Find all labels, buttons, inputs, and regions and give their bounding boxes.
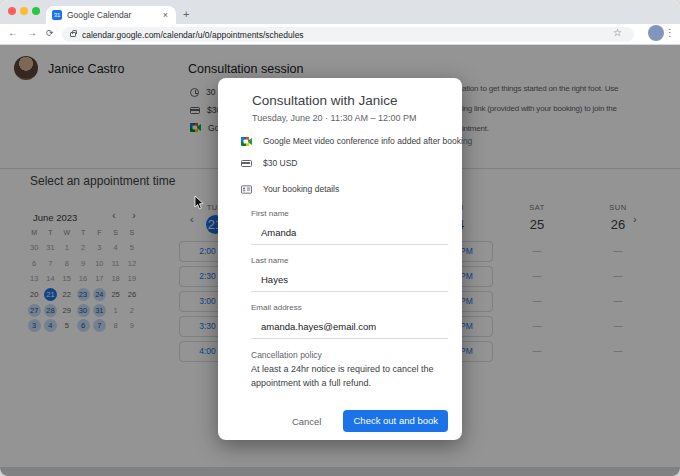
booking-dialog: Consultation with Janice Tuesday, June 2… (218, 78, 462, 440)
dialog-price-row: $30 USD (241, 158, 298, 168)
first-name-label: First name (251, 209, 448, 218)
price-text: $30 USD (263, 158, 298, 168)
last-name-label: Last name (251, 256, 448, 265)
reload-icon[interactable]: ⟳ (46, 28, 54, 38)
tab-title: Google Calendar (67, 10, 161, 20)
dialog-meet-row: Google Meet video conference info added … (241, 136, 472, 146)
cancellation-policy-text: At least a 24hr notice is required to ca… (251, 362, 436, 390)
browser-profile-avatar[interactable] (648, 25, 664, 41)
dialog-datetime: Tuesday, June 20 · 11:30 AM – 12:00 PM (252, 113, 416, 123)
last-name-field[interactable]: Last name Hayes (251, 256, 448, 292)
page-viewport: Janice Castro Consultation session 30 mi… (0, 45, 680, 476)
email-value[interactable]: amanda.hayes@email.com (251, 312, 448, 338)
close-window-button[interactable] (8, 7, 16, 15)
mouse-cursor (194, 195, 205, 210)
minimize-window-button[interactable] (20, 7, 28, 15)
url-text: calendar.google.com/calendar/u/0/appoint… (82, 30, 304, 40)
new-tab-button[interactable]: + (183, 8, 189, 20)
dialog-title: Consultation with Janice (252, 93, 398, 108)
cancellation-policy-label: Cancellation policy (251, 350, 322, 360)
first-name-value[interactable]: Amanda (251, 218, 448, 244)
first-name-field[interactable]: First name Amanda (251, 209, 448, 245)
tab-strip: 31 Google Calendar × + (0, 0, 680, 24)
address-bar[interactable]: calendar.google.com/calendar/u/0/appoint… (62, 27, 634, 42)
cancel-button[interactable]: Cancel (292, 416, 322, 427)
forward-icon[interactable]: → (27, 27, 37, 38)
browser-menu-icon[interactable]: ⋮ (665, 27, 675, 38)
dialog-booking-details-row: Your booking details (241, 184, 339, 194)
browser-toolbar: ← → ⟳ calendar.google.com/calendar/u/0/a… (0, 24, 680, 45)
zoom-window-button[interactable] (32, 7, 40, 15)
credit-card-icon (241, 160, 252, 167)
last-name-value[interactable]: Hayes (251, 265, 448, 291)
booking-details-heading: Your booking details (263, 184, 339, 194)
lock-icon (70, 32, 76, 37)
email-field[interactable]: Email address amanda.hayes@email.com (251, 303, 448, 339)
close-tab-icon[interactable]: × (161, 10, 170, 20)
checkout-and-book-button[interactable]: Check out and book (343, 410, 448, 432)
browser-window: 31 Google Calendar × + ← → ⟳ calendar.go… (0, 0, 680, 476)
meet-info-text: Google Meet video conference info added … (263, 136, 472, 146)
dialog-actions: Cancel Check out and book (292, 410, 448, 432)
tab-google-calendar[interactable]: 31 Google Calendar × (46, 6, 176, 24)
calendar-favicon-icon: 31 (52, 10, 62, 20)
contact-card-icon (241, 185, 252, 194)
email-label: Email address (251, 303, 448, 312)
google-meet-icon (241, 137, 252, 146)
bookmark-star-icon[interactable]: ☆ (613, 27, 622, 38)
back-icon[interactable]: ← (8, 27, 18, 38)
